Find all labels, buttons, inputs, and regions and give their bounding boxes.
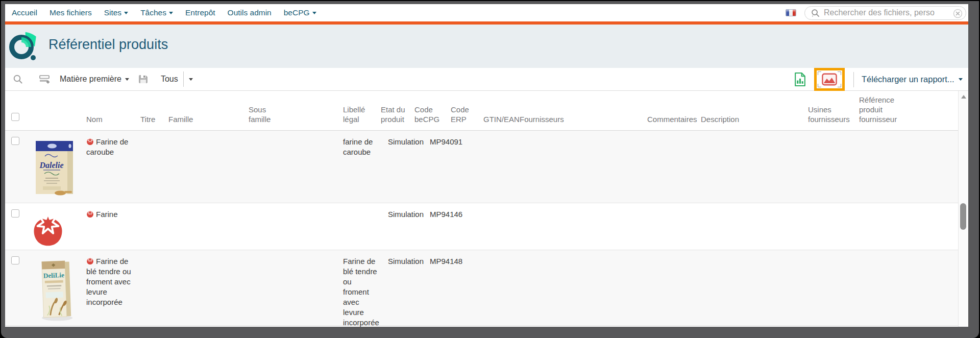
cell-code-becpg: MP94146 bbox=[414, 203, 451, 250]
cell-description bbox=[701, 203, 808, 250]
cell-code-becpg: MP94091 bbox=[414, 131, 451, 203]
product-thumbnail-dalelie-pack[interactable]: Dalelie bbox=[32, 137, 77, 198]
column-header-libelle-legal[interactable]: Libellé légal bbox=[343, 105, 381, 124]
column-header-nom[interactable]: Nom bbox=[85, 114, 140, 124]
product-thumbnail-delilie-pack[interactable]: DeliLie bbox=[32, 256, 83, 324]
becpg-logo bbox=[9, 31, 39, 62]
nav-item-entrepot[interactable]: Entrepôt bbox=[185, 8, 215, 17]
selection-corner bbox=[818, 84, 821, 87]
cell-titre bbox=[140, 203, 168, 250]
cell-gtin-ean bbox=[483, 250, 520, 325]
page-header: Référentiel produits bbox=[5, 25, 968, 68]
svg-text:Dalelie: Dalelie bbox=[39, 161, 63, 170]
column-header-titre[interactable]: Titre bbox=[140, 114, 168, 124]
column-header-gtin-ean[interactable]: GTIN/EAN bbox=[483, 114, 520, 124]
thumbnail-column-header bbox=[26, 119, 85, 124]
row-checkbox[interactable] bbox=[11, 256, 19, 264]
cell-commentaires bbox=[647, 250, 701, 325]
cell-usines-fournisseurs bbox=[808, 131, 859, 203]
cell-titre bbox=[140, 131, 168, 203]
nav-right-group bbox=[786, 4, 966, 21]
download-report-button[interactable]: Télécharger un rapport... bbox=[862, 68, 963, 91]
raw-material-tomato-icon bbox=[86, 256, 94, 265]
french-flag-icon bbox=[786, 9, 796, 16]
column-header-code-becpg[interactable]: Code beCPG bbox=[414, 105, 451, 124]
cell-sous-famille bbox=[249, 250, 343, 325]
product-type-filter-button[interactable]: Matière première bbox=[60, 75, 129, 84]
nav-item-outils-admin[interactable]: Outils admin bbox=[228, 8, 272, 17]
column-header-famille[interactable]: Famille bbox=[168, 114, 249, 124]
cell-etat-du-produit: Simulation bbox=[381, 131, 414, 203]
scroll-up-arrow[interactable] bbox=[961, 95, 966, 99]
product-name-link[interactable]: Farine de blé tendre ou froment avec lev… bbox=[85, 250, 140, 325]
cell-code-becpg: MP94148 bbox=[414, 250, 451, 325]
select-all-checkbox[interactable] bbox=[11, 113, 19, 121]
filter-search-icon[interactable] bbox=[13, 74, 23, 84]
nav-item-mes-fichiers[interactable]: Mes fichiers bbox=[50, 8, 92, 17]
column-header-usines-fournisseurs[interactable]: Usines fournisseurs bbox=[808, 105, 859, 124]
column-header-commentaires[interactable]: Commentaires bbox=[647, 114, 701, 124]
cell-gtin-ean bbox=[483, 131, 520, 203]
selection-corner bbox=[838, 84, 841, 87]
raw-material-tomato-icon bbox=[86, 137, 94, 146]
table-header-row: Nom Titre Famille Sous famille Libellé l… bbox=[5, 91, 958, 131]
scrollbar-thumb[interactable] bbox=[960, 203, 966, 230]
search-icon bbox=[811, 9, 820, 17]
add-criteria-icon[interactable] bbox=[39, 74, 51, 84]
column-header-reference-produit-fournisseur[interactable]: Référence produit fournisseur bbox=[859, 95, 955, 124]
window-frame: Accueil Mes fichiers Sites Tâches Entrep… bbox=[1, 1, 979, 338]
save-view-icon[interactable] bbox=[137, 74, 149, 85]
toolbar: Matière première Tous bbox=[5, 68, 968, 91]
product-thumbnail-tomato[interactable] bbox=[32, 209, 64, 248]
view-filter-button[interactable]: Tous bbox=[161, 75, 178, 84]
clear-search-icon[interactable] bbox=[953, 9, 963, 18]
cell-etat-du-produit: Simulation bbox=[381, 250, 414, 325]
column-header-fournisseurs[interactable]: Fournisseurs bbox=[520, 114, 647, 124]
cell-famille bbox=[168, 203, 249, 250]
column-header-description[interactable]: Description bbox=[701, 114, 808, 124]
cell-libelle-legal: farine de caroube bbox=[343, 131, 381, 203]
product-name-link[interactable]: Farine de caroube bbox=[85, 131, 140, 203]
nav-item-becpg[interactable]: beCPG bbox=[284, 8, 316, 17]
spreadsheet-export-icon bbox=[794, 73, 806, 86]
chevron-down-icon bbox=[959, 78, 963, 81]
raw-material-tomato-icon bbox=[86, 209, 94, 218]
product-name-link[interactable]: Farine bbox=[85, 203, 140, 250]
column-header-code-erp[interactable]: Code ERP bbox=[451, 105, 483, 124]
global-search[interactable] bbox=[804, 6, 966, 20]
nav-item-accueil[interactable]: Accueil bbox=[12, 8, 37, 17]
cell-description bbox=[701, 131, 808, 203]
cell-gtin-ean bbox=[483, 203, 520, 250]
selection-corner bbox=[838, 71, 841, 75]
table-row: Farine Simulation MP94146 bbox=[5, 203, 958, 250]
row-checkbox[interactable] bbox=[11, 137, 19, 145]
cell-reference-produit-fournisseur bbox=[859, 250, 955, 325]
image-export-icon[interactable] bbox=[822, 73, 837, 86]
cell-fournisseurs bbox=[520, 203, 647, 250]
cell-usines-fournisseurs bbox=[808, 203, 859, 250]
search-input[interactable] bbox=[824, 8, 951, 17]
cell-sous-famille bbox=[249, 131, 343, 203]
cell-code-erp bbox=[451, 131, 483, 203]
column-header-etat-du-produit[interactable]: Etat du produit bbox=[381, 105, 414, 124]
cell-reference-produit-fournisseur bbox=[859, 203, 955, 250]
excel-export-button[interactable] bbox=[794, 68, 806, 91]
chevron-down-icon bbox=[169, 12, 173, 14]
cell-code-erp bbox=[451, 250, 483, 325]
view-filter-dropdown-button[interactable] bbox=[184, 78, 198, 81]
nav-item-sites[interactable]: Sites bbox=[104, 8, 128, 17]
cell-libelle-legal: Farine de blé tendre ou froment avec lev… bbox=[343, 250, 381, 325]
cell-reference-produit-fournisseur bbox=[859, 131, 955, 203]
row-checkbox[interactable] bbox=[11, 209, 19, 218]
chevron-down-icon bbox=[124, 12, 128, 14]
svg-text:DeliLie: DeliLie bbox=[43, 271, 65, 279]
cell-commentaires bbox=[647, 203, 701, 250]
chevron-down-icon bbox=[125, 78, 129, 81]
selection-corner bbox=[818, 71, 821, 75]
divider bbox=[853, 68, 854, 91]
vertical-scrollbar[interactable] bbox=[958, 91, 968, 327]
chevron-down-icon bbox=[189, 78, 193, 81]
column-header-sous-famille[interactable]: Sous famille bbox=[249, 105, 343, 124]
nav-item-taches[interactable]: Tâches bbox=[140, 8, 173, 17]
table-row: Dalelie Farine de caroube bbox=[5, 131, 958, 203]
